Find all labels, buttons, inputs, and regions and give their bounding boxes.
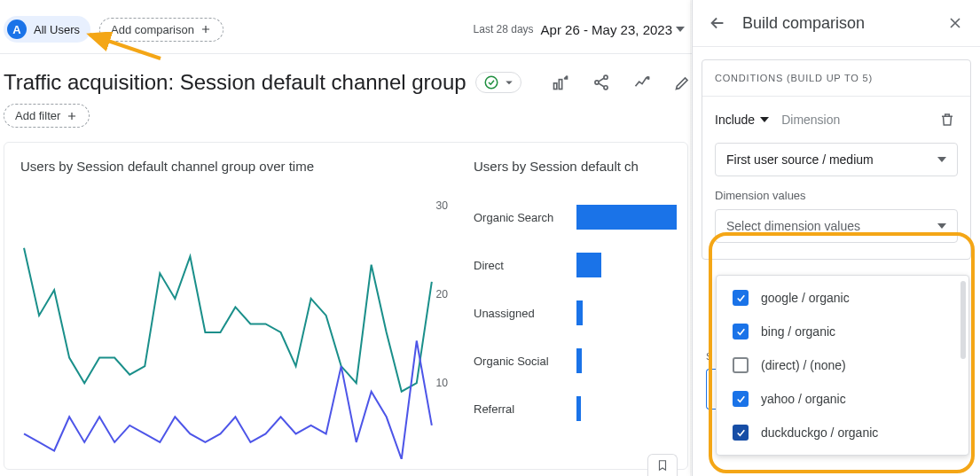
bar-row: Direct: [474, 241, 677, 289]
plus-icon: [66, 110, 78, 122]
svg-rect-3: [559, 80, 561, 90]
share-icon: [592, 74, 610, 91]
bar-fill: [576, 396, 581, 421]
bar-label: Direct: [474, 259, 571, 272]
date-range-picker[interactable]: Last 28 days Apr 26 - May 23, 2023: [474, 22, 685, 37]
dropdown-option-label: duckduckgo / organic: [761, 425, 878, 440]
values-select-placeholder: Select dimension values: [726, 219, 860, 233]
dimension-placeholder: Dimension: [781, 113, 840, 127]
segment-avatar: A: [7, 20, 27, 39]
line-chart-panel: Users by Session default channel group o…: [4, 159, 466, 469]
close-panel-button[interactable]: [945, 12, 966, 34]
delete-condition-button[interactable]: [937, 109, 958, 130]
bar-row: Referral: [474, 385, 677, 433]
bar-track: [576, 253, 677, 277]
bar-row: Unassigned: [474, 289, 677, 337]
panel-header: Build comparison: [693, 0, 980, 47]
line-chart-title: Users by Session default channel group o…: [20, 159, 450, 174]
checkbox-checked-icon: [733, 391, 749, 407]
segment-chip-all-users[interactable]: A All Users: [4, 16, 90, 43]
dropdown-option[interactable]: (direct) / (none): [717, 348, 968, 382]
add-comparison-label: Add comparison: [111, 23, 194, 36]
pencil-icon: [674, 74, 692, 91]
insights-button[interactable]: [631, 72, 653, 93]
top-bar: A All Users Add comparison Last 28 days …: [0, 0, 692, 54]
svg-rect-2: [554, 83, 557, 90]
caret-down-icon: [937, 223, 946, 229]
share-button[interactable]: [591, 72, 612, 93]
bar-chart-title: Users by Session default ch: [474, 159, 677, 174]
dimension-select[interactable]: First user source / medium: [715, 143, 958, 176]
caret-down-icon[interactable]: [760, 117, 769, 122]
main-report-area: A All Users Add comparison Last 28 days …: [0, 0, 692, 476]
dropdown-option-label: yahoo / organic: [761, 392, 846, 406]
dropdown-option-label: bing / organic: [761, 324, 835, 339]
line-series: [24, 341, 432, 460]
condition-row: Include Dimension: [715, 109, 958, 130]
title-row: Traffic acquisition: Session default cha…: [0, 54, 692, 104]
dropdown-scrollbar[interactable]: [960, 281, 966, 359]
chart-edit-icon: [552, 74, 569, 91]
bar-fill: [576, 253, 601, 277]
bar-fill: [576, 348, 582, 373]
floating-bookmark-button[interactable]: [647, 454, 678, 476]
conditions-card: CONDITIONS (BUILD UP TO 5) Include Dimen…: [702, 59, 971, 260]
bar-track: [576, 396, 677, 421]
report-card: Users by Session default channel group o…: [4, 142, 688, 470]
bar-label: Organic Social: [474, 355, 571, 368]
trash-icon: [939, 112, 955, 128]
svg-text:30: 30: [436, 199, 449, 212]
bar-track: [576, 300, 677, 325]
dropdown-option[interactable]: duckduckgo / organic: [717, 416, 968, 449]
dropdown-option-label: google / organic: [761, 291, 850, 305]
date-prefix: Last 28 days: [474, 23, 534, 35]
svg-point-7: [647, 77, 649, 79]
date-range-text: Apr 26 - May 23, 2023: [541, 22, 685, 37]
checkbox-checked-icon: [733, 324, 749, 339]
caret-down-icon: [937, 157, 946, 162]
panel-title: Build comparison: [742, 14, 930, 33]
bar-fill: [576, 205, 677, 230]
bar-track: [576, 205, 677, 230]
dimension-values-label: Dimension values: [715, 189, 958, 202]
dimension-values-dropdown: google / organicbing / organic(direct) /…: [716, 275, 969, 456]
checkbox-checked-icon: [733, 425, 749, 441]
bar-chart-panel: Users by Session default ch Organic Sear…: [466, 159, 687, 469]
dimension-values-select[interactable]: Select dimension values: [715, 209, 958, 243]
svg-point-1: [485, 76, 498, 89]
summary-section-label: S: [706, 351, 713, 362]
line-series: [24, 248, 432, 392]
bar-row: Organic Social: [474, 337, 677, 385]
dropdown-option[interactable]: yahoo / organic: [717, 382, 968, 416]
filter-row: Add filter: [0, 104, 692, 142]
plus-icon: [200, 23, 212, 35]
dropdown-option[interactable]: google / organic: [717, 281, 968, 315]
bar-label: Referral: [474, 402, 571, 416]
status-indicator[interactable]: [475, 72, 521, 93]
bar-track: [576, 348, 677, 373]
conditions-header: CONDITIONS (BUILD UP TO 5): [702, 60, 970, 97]
line-chart: 30 20 10: [20, 193, 450, 459]
bar-row: Organic Search: [474, 193, 677, 241]
caret-down-icon: [501, 74, 517, 90]
dropdown-option[interactable]: bing / organic: [717, 315, 968, 348]
add-comparison-chip[interactable]: Add comparison: [99, 18, 223, 42]
bookmark-icon: [656, 459, 669, 472]
bar-fill: [576, 300, 583, 325]
dropdown-option-label: (direct) / (none): [761, 358, 846, 372]
customize-report-button[interactable]: [550, 72, 571, 93]
add-filter-chip[interactable]: Add filter: [4, 104, 90, 128]
arrow-left-icon: [708, 13, 727, 33]
bar-label: Organic Search: [474, 211, 571, 224]
include-exclude-toggle[interactable]: Include: [715, 113, 755, 127]
back-button[interactable]: [707, 12, 728, 34]
insights-icon: [633, 74, 651, 91]
dimension-select-value: First user source / medium: [726, 152, 874, 167]
bar-label: Unassigned: [474, 307, 571, 320]
checkbox-unchecked-icon: [733, 357, 749, 373]
add-filter-label: Add filter: [15, 109, 60, 122]
close-icon: [946, 14, 964, 32]
svg-text:10: 10: [436, 377, 449, 389]
checkbox-checked-icon: [733, 290, 749, 306]
caret-down-icon: [676, 27, 685, 32]
